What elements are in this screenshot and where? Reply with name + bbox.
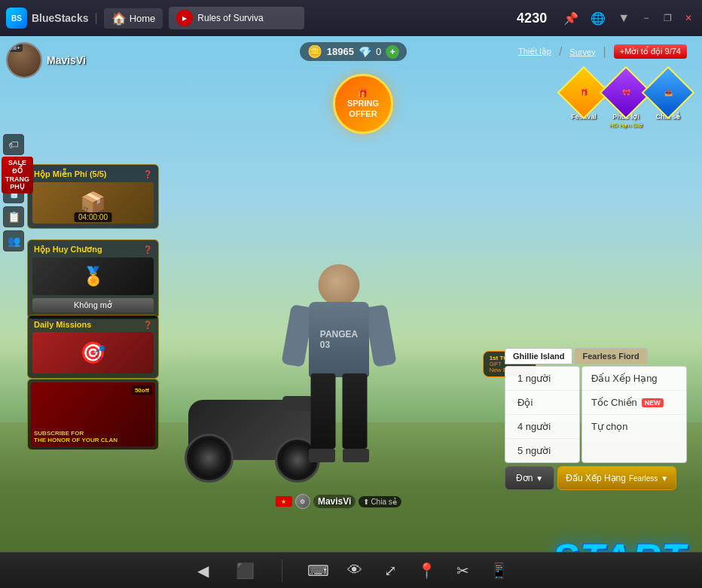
friends-icon-btn[interactable]: 👥 xyxy=(3,230,24,251)
sale-icon-btn[interactable]: 🏷 xyxy=(3,134,24,155)
chia-se-gift[interactable]: 📤 Chia sẻ xyxy=(649,74,687,129)
spring-offer-button[interactable]: 🎁SPRINGOFFER xyxy=(333,74,393,134)
free-box-title: Hộp Miễn Phí (5/5) ❓ xyxy=(31,168,155,181)
close-button[interactable]: ✕ xyxy=(681,11,696,26)
home-taskbar-button[interactable]: ⬛ xyxy=(232,557,259,584)
solo-chevron-icon: ▼ xyxy=(536,474,543,483)
settings-link[interactable]: Thiết lập xyxy=(518,47,551,56)
window-controls: 📌 🌐 ▼ − ❐ ✕ xyxy=(560,10,696,27)
solo-select-button[interactable]: Đơn ▼ xyxy=(505,466,554,490)
mission-image[interactable]: 🎯 xyxy=(32,332,154,373)
festival-gift[interactable]: 🎁 Festival xyxy=(565,74,603,129)
spring-text: 🎁SPRINGOFFER xyxy=(347,89,379,119)
map-tab-fearless[interactable]: Fearless Fiord xyxy=(574,348,647,364)
spring-offer-badge[interactable]: 🎁SPRINGOFFER xyxy=(333,74,393,134)
invite-button[interactable]: +Mời tổ đội 9/74 xyxy=(614,44,687,59)
hd-han-gio-label: HD Hạn Giờ xyxy=(609,122,642,129)
ranked-chevron-icon: ▼ xyxy=(661,474,668,483)
mode-ranked[interactable]: Đấu Xếp Hạng xyxy=(582,367,686,391)
minimize-button[interactable]: − xyxy=(639,11,654,26)
char-torso: PANGEA03 xyxy=(309,302,369,377)
sale-badge[interactable]: SALEĐỔTRANGPHỤ xyxy=(2,157,33,193)
free-box-timer: 04:00:00 xyxy=(74,212,112,222)
add-currency-button[interactable]: + xyxy=(386,45,399,59)
coin-value: 18965 xyxy=(327,46,354,57)
free-box-image[interactable]: 📦 04:00:00 xyxy=(32,182,154,224)
game-tab[interactable]: ▶ Rules of Surviva xyxy=(169,7,304,29)
back-button[interactable]: ◀ xyxy=(190,557,217,584)
medal-box-panel: Hộp Huy Chương ❓ 🏅 Không mở xyxy=(27,239,159,319)
player-emblem: ⚙ xyxy=(295,494,310,509)
daily-missions-title: Daily Missions ❓ xyxy=(31,318,155,331)
daily-missions-panel: Daily Missions ❓ 🎯 xyxy=(27,315,159,379)
game-area: 🎁SPRINGOFFER 🪙 18965 💎 0 + Thiết lập / S… xyxy=(0,36,702,588)
char-legs xyxy=(311,373,368,449)
mode-custom[interactable]: Tự chọn xyxy=(582,415,686,438)
top-hud: 🪙 18965 💎 0 + Thiết lập / Survey | +Mời … xyxy=(166,42,687,61)
medal-box-image: 🏅 xyxy=(32,257,154,295)
home-label: Home xyxy=(130,13,156,24)
name-tag: ★ ⚙ MavisVi ⬆ Chia sẻ xyxy=(276,494,401,509)
title-bar: BS BlueStacks | 🏠 Home ▶ Rules of Surviv… xyxy=(0,0,702,36)
map-tabs: Ghillie Island Fearless Fiord xyxy=(505,348,687,364)
char-head xyxy=(319,264,360,306)
fullscreen-button[interactable]: ⤢ xyxy=(377,557,404,584)
mode-fast[interactable]: Tốc Chiến NEW xyxy=(582,391,686,415)
player-name: MavisVi xyxy=(47,54,86,66)
phuc-loi-icon: 🎀 xyxy=(622,89,630,96)
mode-5-player[interactable]: 5 người xyxy=(505,439,579,462)
network-icon[interactable]: 🌐 xyxy=(588,10,609,27)
share-tag-button[interactable]: ⬆ Chia sẻ xyxy=(359,496,401,507)
char-shoes xyxy=(309,449,369,464)
game-tab-title: Rules of Surviva xyxy=(197,13,263,23)
no-open-button[interactable]: Không mở xyxy=(32,298,154,312)
title-separator: | xyxy=(94,11,97,25)
phone-button[interactable]: 📱 xyxy=(486,557,513,584)
home-button[interactable]: 🏠 Home xyxy=(104,8,163,29)
daily-missions-info[interactable]: ❓ xyxy=(143,321,152,329)
medal-icon: 🏅 xyxy=(82,266,105,287)
hud-right: Thiết lập / Survey | +Mời tổ đội 9/74 xyxy=(518,44,687,59)
char-shirt-text: PANGEA03 xyxy=(320,329,358,350)
detail-icon-btn[interactable]: 📋 xyxy=(3,206,24,227)
taskbar-divider xyxy=(282,559,282,582)
mode-1-player[interactable]: 1 người xyxy=(505,367,579,391)
age-badge: 18+ xyxy=(8,44,23,52)
mode-duo[interactable]: Đội xyxy=(505,391,579,415)
banner-panel[interactable]: 50off SUBSCRIBE FORTHE HONOR OF YOUR CLA… xyxy=(27,379,159,450)
taskbar: ◀ ⬛ ⌨ 👁 ⤢ 📍 ✂ 📱 xyxy=(0,552,702,588)
banner-image: 50off SUBSCRIBE FORTHE HONOR OF YOUR CLA… xyxy=(31,382,155,446)
medal-box-title: Hộp Huy Chương ❓ xyxy=(31,243,155,256)
pin-icon[interactable]: 📌 xyxy=(560,10,581,27)
char-leg-left xyxy=(311,373,336,449)
mode-menu: Ghillie Island Fearless Fiord 1 người Độ… xyxy=(505,348,687,490)
eye-button[interactable]: 👁 xyxy=(341,557,368,584)
player-count-list: 1 người Đội 4 người 5 người xyxy=(505,366,580,463)
game-mode-list: Đấu Xếp Hạng Tốc Chiến NEW Tự chọn xyxy=(581,366,687,463)
ranked-select-button[interactable]: Đấu Xếp Hạng Fearless ▼ xyxy=(557,466,676,490)
map-tab-ghillie[interactable]: Ghillie Island xyxy=(505,348,572,364)
currency-bar: 🪙 18965 💎 0 + xyxy=(300,42,407,61)
coin-icon: 🪙 xyxy=(307,44,322,59)
share-icon: ⬆ xyxy=(363,498,369,506)
signal-icon[interactable]: ▼ xyxy=(615,10,633,26)
free-box-info[interactable]: ❓ xyxy=(143,170,152,178)
free-box-panel: Hộp Miễn Phí (5/5) ❓ 📦 04:00:00 xyxy=(27,164,159,229)
char-shoe-right xyxy=(343,449,369,462)
scissors-button[interactable]: ✂ xyxy=(450,557,477,584)
character-figure: PANGEA03 xyxy=(279,264,399,490)
player-avatar[interactable]: 18+ xyxy=(6,42,42,78)
location-button[interactable]: 📍 xyxy=(414,557,441,584)
flag-vietnam: ★ xyxy=(276,496,292,507)
character-body: PANGEA03 xyxy=(279,264,399,490)
restore-button[interactable]: ❐ xyxy=(660,11,675,26)
keyboard-button[interactable]: ⌨ xyxy=(305,557,332,584)
mode-4-player[interactable]: 4 người xyxy=(505,415,579,439)
medal-box-info[interactable]: ❓ xyxy=(143,245,152,254)
top-gifts: 🎁 Festival 🎀 Phúc lợi HD Hạn Giờ 📤 Chia … xyxy=(565,74,687,129)
phuc-loi-gift[interactable]: 🎀 Phúc lợi HD Hạn Giờ xyxy=(607,74,645,129)
mission-icon: 🎯 xyxy=(80,340,106,365)
survey-link[interactable]: Survey xyxy=(569,47,595,56)
app-name: BlueStacks xyxy=(32,12,88,24)
player-card: 18+ MavisVi xyxy=(6,42,86,78)
